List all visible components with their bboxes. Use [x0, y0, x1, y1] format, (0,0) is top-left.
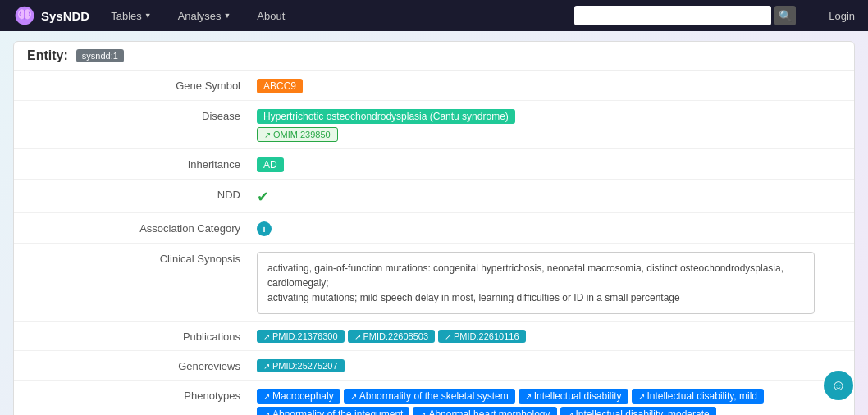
phenotypes-row: Phenotypes ↗ Macrocephaly ↗ Abnormality … — [14, 381, 854, 415]
pub-link-icon-0: ↗ — [263, 332, 270, 341]
about-label: About — [257, 10, 285, 22]
association-category-row: Association Category i — [14, 213, 854, 244]
disease-name-badge[interactable]: Hypertrichotic osteochondrodysplasia (Ca… — [257, 109, 515, 124]
genereviews-row: Genereviews ↗ PMID:25275207 — [14, 351, 854, 381]
brand-label: SysNDD — [41, 9, 89, 23]
clinical-synopsis-row: Clinical Synopsis activating, gain-of-fu… — [14, 244, 854, 322]
ndd-label: NDD — [27, 186, 257, 201]
pub-badge-2[interactable]: ↗ PMID:22610116 — [438, 330, 526, 343]
pub-badge-1[interactable]: ↗ PMID:22608503 — [348, 330, 436, 343]
pub-text-0: PMID:21376300 — [272, 331, 338, 341]
ndd-row: NDD ✔ — [14, 180, 854, 213]
phenotype-badge-1[interactable]: ↗ Abnormality of the skeletal system — [344, 389, 515, 404]
gene-symbol-badge[interactable]: ABCC9 — [257, 79, 303, 93]
brand: SysNDD — [13, 4, 89, 27]
pub-link-icon-1: ↗ — [354, 332, 361, 341]
omim-link-text: OMIM:239850 — [273, 130, 331, 139]
genereview-text-0: PMID:25275207 — [272, 361, 338, 371]
search-bar: 🔍 — [574, 6, 796, 25]
omim-link-badge[interactable]: ↗ OMIM:239850 — [257, 127, 338, 142]
phenotype-text-3: Intellectual disability, mild — [647, 390, 758, 402]
tables-label: Tables — [111, 10, 142, 22]
phenotype-badge-0[interactable]: ↗ Macrocephaly — [257, 389, 340, 404]
gene-symbol-value: ABCC9 — [257, 77, 841, 93]
inheritance-row: Inheritance AD — [14, 149, 854, 180]
search-input[interactable] — [574, 6, 771, 25]
pub-badge-0[interactable]: ↗ PMID:21376300 — [257, 330, 345, 343]
genereview-link-icon-0: ↗ — [263, 362, 270, 371]
login-button[interactable]: Login — [829, 10, 855, 22]
inheritance-label: Inheritance — [27, 156, 257, 171]
disease-label: Disease — [27, 107, 257, 122]
pub-link-icon-2: ↗ — [445, 332, 451, 341]
phenotype-link-icon-3: ↗ — [638, 392, 645, 401]
phenotype-text-0: Macrocephaly — [272, 390, 334, 402]
publications-row: Publications ↗ PMID:21376300 ↗ PMID:2260… — [14, 322, 854, 351]
genereview-badge-0[interactable]: ↗ PMID:25275207 — [257, 359, 345, 372]
phenotype-badge-3[interactable]: ↗ Intellectual disability, mild — [632, 389, 765, 404]
genereviews-value: ↗ PMID:25275207 — [257, 358, 841, 372]
search-button[interactable]: 🔍 — [774, 6, 796, 25]
phenotype-text-5: Abnormal heart morphology — [428, 408, 550, 415]
ndd-value: ✔ — [257, 186, 841, 206]
phenotype-text-6: Intellectual disability, moderate — [576, 408, 710, 415]
analyses-dropdown-arrow: ▼ — [223, 11, 231, 20]
analyses-label: Analyses — [178, 10, 222, 22]
phenotype-link-icon-2: ↗ — [525, 392, 532, 401]
phenotype-link-icon-5: ↗ — [419, 410, 426, 416]
phenotype-badge-4[interactable]: ↗ Abnormality of the integument — [257, 407, 409, 415]
main-content: Entity: sysndd:1 Gene Symbol ABCC9 Disea… — [0, 31, 868, 415]
phenotype-link-icon-4: ↗ — [263, 410, 270, 416]
phenotype-link-icon-0: ↗ — [263, 392, 270, 401]
phenotype-badge-5[interactable]: ↗ Abnormal heart morphology — [413, 407, 556, 415]
brain-icon — [13, 4, 36, 27]
phenotype-text-4: Abnormality of the integument — [272, 408, 403, 415]
omim-link-icon: ↗ — [264, 130, 271, 139]
feedback-button[interactable]: ☺ — [824, 371, 853, 400]
entity-title: Entity: — [27, 48, 68, 63]
phenotype-text-1: Abnormality of the skeletal system — [359, 390, 509, 402]
clinical-synopsis-value: activating, gain-of-function mutations: … — [257, 250, 841, 314]
entity-id-badge: sysndd:1 — [76, 49, 124, 62]
clinical-synopsis-box: activating, gain-of-function mutations: … — [257, 252, 815, 314]
smiley-icon: ☺ — [831, 377, 846, 394]
association-category-info-icon[interactable]: i — [257, 221, 272, 236]
analyses-menu[interactable]: Analyses ▼ — [173, 7, 236, 25]
inheritance-value: AD — [257, 156, 841, 172]
entity-header: Entity: sysndd:1 — [14, 42, 854, 71]
association-category-value: i — [257, 220, 841, 236]
disease-value: Hypertrichotic osteochondrodysplasia (Ca… — [257, 107, 841, 142]
navbar: SysNDD Tables ▼ Analyses ▼ About 🔍 Login — [0, 0, 868, 31]
phenotype-badge-6[interactable]: ↗ Intellectual disability, moderate — [560, 407, 716, 415]
phenotype-text-2: Intellectual disability — [534, 390, 622, 402]
publications-value: ↗ PMID:21376300 ↗ PMID:22608503 ↗ PMID:2… — [257, 328, 841, 343]
tables-menu[interactable]: Tables ▼ — [106, 7, 157, 25]
gene-symbol-label: Gene Symbol — [27, 77, 257, 92]
phenotype-link-icon-1: ↗ — [350, 392, 357, 401]
gene-symbol-row: Gene Symbol ABCC9 — [14, 71, 854, 101]
phenotype-link-icon-6: ↗ — [567, 410, 573, 416]
phenotypes-value: ↗ Macrocephaly ↗ Abnormality of the skel… — [257, 387, 841, 415]
genereviews-label: Genereviews — [27, 358, 257, 372]
entity-card: Entity: sysndd:1 Gene Symbol ABCC9 Disea… — [13, 41, 855, 415]
tables-dropdown-arrow: ▼ — [144, 11, 152, 20]
pub-text-1: PMID:22608503 — [363, 331, 429, 341]
disease-row: Disease Hypertrichotic osteochondrodyspl… — [14, 101, 854, 149]
publications-label: Publications — [27, 328, 257, 343]
clinical-synopsis-label: Clinical Synopsis — [27, 250, 257, 265]
phenotype-badge-2[interactable]: ↗ Intellectual disability — [519, 389, 628, 404]
ndd-check-icon: ✔ — [257, 188, 269, 206]
association-category-label: Association Category — [27, 220, 257, 235]
inheritance-badge[interactable]: AD — [257, 157, 284, 172]
phenotypes-label: Phenotypes — [27, 387, 257, 402]
search-icon: 🔍 — [779, 10, 793, 22]
about-nav-item[interactable]: About — [252, 7, 290, 25]
pub-text-2: PMID:22610116 — [454, 331, 519, 341]
